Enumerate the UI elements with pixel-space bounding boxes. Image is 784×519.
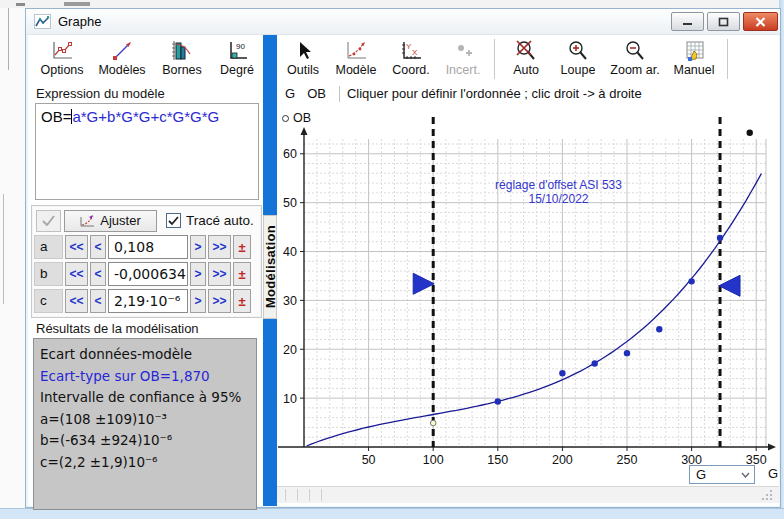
manuel-label: Manuel [674,63,715,77]
decrement-button[interactable]: < [90,289,106,313]
expression-lhs: OB= [41,108,71,125]
plot-area[interactable]: réglage d'offset ASI 53315/10/2022501001… [277,104,779,486]
model-panel: Options Modèles Bornes [29,35,263,506]
param-name: c [34,289,63,313]
increment-fast-button[interactable]: >> [208,235,231,259]
checkbox-checked-icon [166,213,181,228]
param-value-input[interactable]: 2,19·10⁻⁶ [108,289,188,313]
zoom-arriere-button[interactable]: Zoom ar. [604,37,666,83]
resize-grip[interactable] [761,489,773,501]
trace-auto-checkbox[interactable]: Tracé auto. [166,213,254,228]
svg-text:50: 50 [283,196,297,210]
clipped-menu-fragment [16,3,25,6]
x-variable-button[interactable]: G [281,86,299,101]
modeles-button[interactable]: Modèles [91,37,153,83]
title-bar[interactable]: Graphe [26,9,780,35]
expression-section-label: Expression du modèle [36,86,263,101]
loupe-button[interactable]: Loupe [552,37,604,83]
increment-button[interactable]: > [190,235,206,259]
point-marker-legend-icon [282,115,289,122]
x-axis-title: G [768,466,778,481]
graph-header: G OB Cliquer pour définir l'ordonnée ; c… [277,83,779,104]
minimize-button[interactable] [671,12,704,31]
svg-text:réglage d'offset ASI 533: réglage d'offset ASI 533 [495,178,622,192]
increment-fast-button[interactable]: >> [208,262,231,286]
options-label: Options [40,63,83,77]
cursor-arrow-icon [291,40,315,62]
decrement-button[interactable]: < [90,262,106,286]
param-value-input[interactable]: 0,108 [108,235,188,259]
degre-button[interactable]: 90 Degré [211,37,263,83]
chevron-down-icon [741,472,750,478]
decrement-fast-button[interactable]: << [65,289,88,313]
restore-icon [718,17,729,27]
ajuster-label: Ajuster [100,213,140,228]
svg-text:200: 200 [552,453,573,467]
toolbar-separator [727,39,728,79]
result-line: Intervalle de confiance à 95% [40,387,256,409]
svg-text:10: 10 [283,392,297,406]
restore-button[interactable] [707,12,740,31]
bornes-button[interactable]: Bornes [153,37,211,83]
results-section-label: Résultats de la modélisation [36,321,263,336]
auto-button[interactable]: Auto [500,37,552,83]
svg-text:150: 150 [487,453,508,467]
loupe-label: Loupe [561,63,596,77]
outils-button[interactable]: Outils [279,37,327,83]
fit-results-box: Ecart données-modèle Ecart-type sur OB=1… [33,338,257,510]
svg-text:30: 30 [283,294,297,308]
svg-text:60: 60 [283,147,297,161]
y-variable-button[interactable]: OB [303,86,330,101]
zoom-ar-label: Zoom ar. [610,63,659,77]
param-row-a: a << < 0,108 > >> ± [34,235,259,259]
close-icon [755,17,766,27]
ajuster-button[interactable]: Ajuster [64,210,157,232]
result-line-stddev: Ecart-type sur OB=1,870 [40,366,256,388]
bounds-histogram-icon [170,40,194,62]
modele-button[interactable]: Modèle [327,37,385,83]
result-line: Ecart données-modèle [40,344,256,366]
increment-fast-button[interactable]: >> [208,289,231,313]
result-line-b: b=(-634 ±924)10⁻⁶ [40,430,256,452]
coordinates-axes-icon: Y X [399,40,423,62]
graph-statusbar [277,486,779,503]
options-chart-icon [50,40,74,62]
coord-button[interactable]: Y X Coord. [385,37,437,83]
window-title: Graphe [58,14,101,29]
validate-button[interactable] [36,210,61,232]
model-expression-input[interactable]: OB=a*G+b*G*G+c*G*G*G [35,103,259,200]
uncertainty-button[interactable]: ± [233,235,251,259]
svg-text:15/10/2022: 15/10/2022 [528,192,588,206]
param-name: b [34,262,63,286]
result-line-c: c=(2,2 ±1,9)10⁻⁶ [40,452,256,474]
graph-toolbar: Outils Modèle Y X Coord [277,35,779,83]
model-curve-icon [344,40,368,62]
modelisation-tab[interactable]: Modélisation [263,215,277,319]
increment-button[interactable]: > [190,262,206,286]
uncertainty-button[interactable]: ± [233,289,251,313]
svg-text:50: 50 [362,453,376,467]
param-row-c: c << < 2,19·10⁻⁶ > >> ± [34,289,259,313]
param-row-b: b << < -0,000634 > >> ± [34,262,259,286]
statusbar-separator [297,489,298,501]
increment-button[interactable]: > [190,289,206,313]
close-button[interactable] [743,12,778,31]
x-variable-select[interactable]: G [689,465,755,484]
decrement-button[interactable]: < [90,235,106,259]
modele-label: Modèle [336,63,377,77]
param-value-input[interactable]: -0,000634 [108,262,188,286]
minimize-icon [682,17,694,26]
incert-button[interactable]: Incert. [437,37,489,83]
manuel-button[interactable]: Manuel [666,37,722,83]
modeles-label: Modèles [98,63,145,77]
uncertainty-button[interactable]: ± [233,262,251,286]
degre-label: Degré [220,63,254,77]
manual-hand-grid-icon [682,40,706,62]
panel-divider[interactable]: Modélisation [263,35,277,506]
chart-window-icon [34,14,51,29]
fit-controls-panel: Ajuster Tracé auto. a << < 0,108 > >> ± [31,205,262,318]
decrement-fast-button[interactable]: << [65,262,88,286]
options-button[interactable]: Options [33,37,91,83]
svg-text:90: 90 [236,42,245,51]
decrement-fast-button[interactable]: << [65,235,88,259]
